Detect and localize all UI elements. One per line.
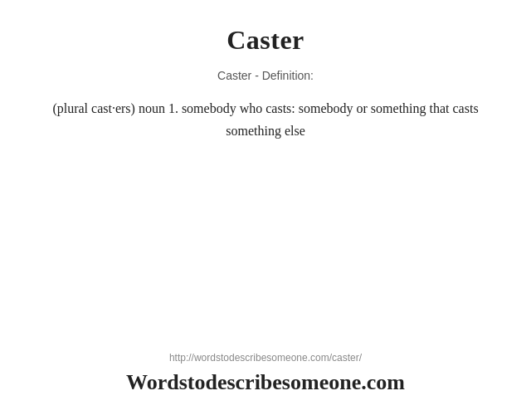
page-wrapper: Caster Caster - Definition: (plural cast… bbox=[0, 0, 531, 420]
page-subtitle: Caster - Definition: bbox=[217, 69, 314, 82]
footer-brand: Wordstodescribesomeone.com bbox=[126, 370, 405, 395]
footer-url: http://wordstodescribesomeone.com/caster… bbox=[169, 352, 362, 364]
definition-block: (plural cast·ers) noun 1. somebody who c… bbox=[33, 97, 498, 142]
definition-text: (plural cast·ers) noun 1. somebody who c… bbox=[52, 101, 478, 138]
page-title: Caster bbox=[227, 25, 304, 56]
